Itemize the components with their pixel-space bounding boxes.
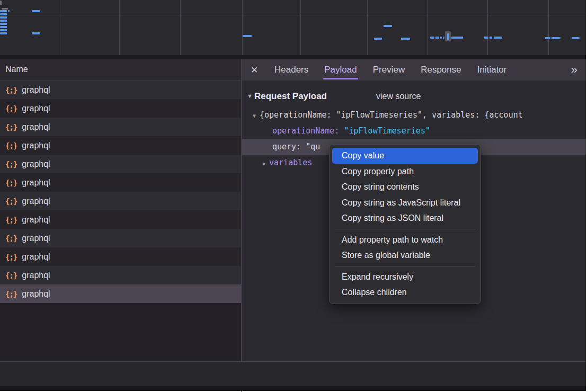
waterfall-bar: [8, 10, 10, 12]
waterfall-bar: [401, 38, 410, 40]
waterfall-bar: [545, 37, 550, 39]
property-key: variables: [266, 158, 312, 167]
menu-item-copy-property-path[interactable]: Copy property path: [329, 164, 480, 180]
waterfall-bar: [443, 37, 444, 39]
tab-list: HeadersPayloadPreviewResponseInitiator: [266, 59, 514, 81]
json-braces-icon: {;}: [5, 234, 17, 243]
tree-row-operation-name[interactable]: operationName: "ipFlowTimeseries": [242, 123, 586, 139]
request-row[interactable]: {;}graphql: [0, 173, 241, 192]
request-name: graphql: [22, 122, 50, 132]
menu-item-add-property-path-to-watch[interactable]: Add property path to watch: [329, 232, 480, 248]
json-braces-icon: {;}: [5, 271, 17, 280]
more-tabs-icon[interactable]: »: [571, 59, 577, 81]
request-name: graphql: [22, 104, 50, 113]
menu-separator: [335, 229, 475, 229]
json-braces-icon: {;}: [5, 179, 17, 187]
request-row[interactable]: {;}graphql: [0, 81, 241, 99]
request-row[interactable]: {;}graphql: [0, 210, 241, 229]
overview-bottom-edge: [0, 55, 586, 59]
overview-gridline: [427, 0, 427, 55]
query-text-left: query: "qu: [242, 142, 320, 152]
menu-item-collapse-children[interactable]: Collapse children: [329, 284, 480, 300]
waterfall-bar: [0, 10, 7, 12]
waterfall-bar: [384, 25, 392, 27]
waterfall-bar: [572, 37, 580, 39]
overview-gridline: [300, 0, 301, 55]
json-braces-icon: {;}: [5, 197, 17, 206]
waterfall-bar: [0, 13, 7, 15]
request-name: graphql: [22, 159, 50, 169]
request-name: graphql: [22, 197, 50, 206]
request-name: graphql: [22, 215, 50, 225]
menu-item-copy-string-as-javascript-literal[interactable]: Copy string as JavaScript literal: [329, 195, 480, 211]
overview-gridline: [180, 0, 181, 55]
json-braces-icon: {;}: [5, 123, 17, 131]
request-name: graphql: [22, 85, 50, 95]
menu-item-copy-string-as-json-literal[interactable]: Copy string as JSON literal: [329, 210, 480, 226]
collapse-triangle-icon[interactable]: ▼: [247, 93, 253, 99]
name-column-header[interactable]: Name: [0, 59, 241, 81]
request-row[interactable]: {;}graphql: [0, 155, 241, 173]
property-key: operationName:: [272, 126, 339, 136]
waterfall-bar: [440, 37, 442, 39]
waterfall-bar: [0, 1, 2, 5]
window-bottom-edge: [0, 386, 586, 391]
tab-headers[interactable]: Headers: [266, 59, 316, 81]
overview-midline: [0, 13, 586, 13]
request-name: graphql: [22, 252, 50, 262]
json-braces-icon: {;}: [5, 141, 17, 150]
request-row[interactable]: {;}graphql: [0, 99, 241, 118]
request-row[interactable]: {;}graphql: [0, 229, 241, 247]
property-value: "ipFlowTimeseries": [344, 126, 430, 136]
waterfall-bar: [32, 32, 40, 34]
request-row[interactable]: {;}graphql: [0, 118, 241, 136]
json-braces-icon: {;}: [5, 160, 17, 168]
tab-initiator[interactable]: Initiator: [469, 59, 515, 81]
waterfall-bar: [430, 37, 434, 39]
timeline-marker-tick: [447, 33, 449, 40]
request-row[interactable]: {;}graphql: [0, 247, 241, 266]
request-list: {;}graphql{;}graphql{;}graphql{;}graphql…: [0, 81, 241, 361]
waterfall-bar: [374, 38, 382, 40]
overview-gridline: [548, 0, 549, 55]
expander-right-icon[interactable]: ▶: [242, 161, 266, 166]
waterfall-bar: [0, 32, 7, 34]
request-name: graphql: [22, 289, 50, 299]
root-object-preview: {operationName: "ipFlowTimeseries", vari…: [256, 110, 523, 120]
json-braces-icon: {;}: [5, 253, 17, 261]
overview-gridline: [487, 0, 488, 55]
waterfall-bar: [489, 37, 492, 39]
waterfall-bar: [2, 8, 8, 10]
request-row[interactable]: {;}graphql: [0, 266, 241, 284]
overview-gridline: [242, 0, 243, 55]
waterfall-bar: [451, 37, 463, 39]
waterfall-bar: [0, 26, 7, 28]
tab-response[interactable]: Response: [413, 59, 469, 81]
tab-payload[interactable]: Payload: [316, 59, 364, 81]
overview-gridline: [60, 0, 60, 55]
network-overview[interactable]: [0, 0, 586, 55]
request-payload-section-header[interactable]: ▼ Request Payload view source: [242, 90, 586, 103]
request-row[interactable]: {;}graphql: [0, 136, 241, 155]
menu-item-store-as-global-variable[interactable]: Store as global variable: [329, 247, 480, 263]
view-source-link[interactable]: view source: [376, 90, 421, 103]
waterfall-bar: [551, 37, 560, 39]
menu-item-copy-value[interactable]: Copy value: [332, 148, 478, 164]
menu-item-copy-string-contents[interactable]: Copy string contents: [329, 179, 480, 195]
waterfall-bar: [494, 37, 502, 39]
expander-down-icon[interactable]: ▼: [242, 113, 256, 119]
close-icon[interactable]: ✕: [242, 65, 266, 76]
request-name: graphql: [22, 271, 50, 280]
request-row[interactable]: {;}graphql: [0, 284, 241, 303]
timeline-marker: [445, 31, 451, 41]
json-braces-icon: {;}: [5, 104, 17, 113]
tree-row-root[interactable]: ▼{operationName: "ipFlowTimeseries", var…: [242, 107, 586, 123]
request-row[interactable]: {;}graphql: [0, 192, 241, 210]
waterfall-bar: [0, 20, 7, 22]
request-name: graphql: [22, 178, 50, 188]
waterfall-bar: [435, 37, 439, 39]
section-title: Request Payload: [254, 90, 327, 103]
menu-item-expand-recursively[interactable]: Expand recursively: [329, 269, 480, 285]
tab-preview[interactable]: Preview: [365, 59, 413, 81]
overview-gridline: [119, 0, 120, 55]
